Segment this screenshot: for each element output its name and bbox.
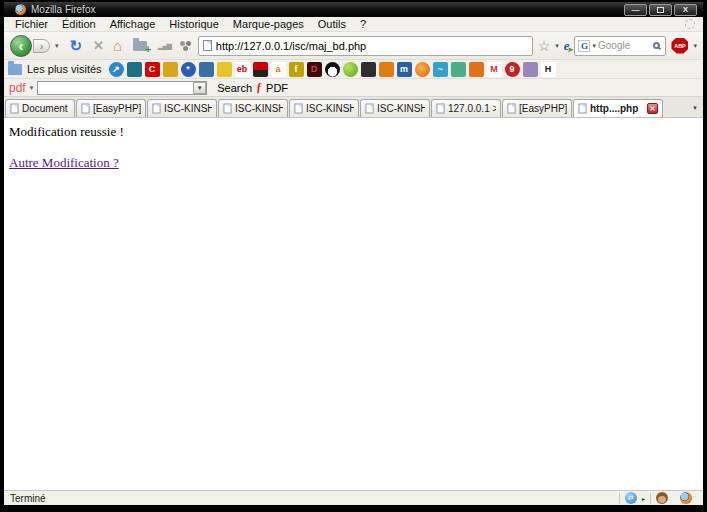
stop-button[interactable]: ✕: [93, 38, 104, 53]
bookmark-icon-letter-c[interactable]: C: [145, 62, 160, 77]
tab[interactable]: ISC-KINSHAS...: [289, 99, 359, 117]
tab[interactable]: ISC-KINSHAS...: [147, 99, 217, 117]
pdf-search-label[interactable]: Search: [217, 82, 252, 94]
tab-overflow-dropdown-icon[interactable]: ▾: [688, 100, 702, 114]
navigation-toolbar: ‹ › ▾ ↻ ✕ ⌂ ▂▄▆ ☆ ▾ e➤ G ▾ ABP ▾: [4, 32, 703, 60]
ietab-button[interactable]: e➤: [564, 38, 570, 54]
pdf-search-combobox[interactable]: ▼: [37, 81, 207, 95]
tab-label: http....php: [590, 103, 644, 114]
bookmark-icon-gold-hand[interactable]: [163, 62, 178, 77]
menu-outils[interactable]: Outils: [311, 18, 353, 30]
search-input[interactable]: [598, 40, 651, 51]
bookmark-icon-purple-badge[interactable]: [523, 62, 538, 77]
home-button[interactable]: ⌂: [113, 37, 122, 54]
bookmark-icon-orange-figure[interactable]: [379, 62, 394, 77]
extension-dots-icon[interactable]: [180, 41, 185, 46]
tab-close-icon[interactable]: ✕: [647, 103, 658, 114]
pdf-search-input[interactable]: [38, 82, 193, 94]
stats-bars-icon[interactable]: ▂▄▆: [158, 42, 171, 50]
page-favicon: [203, 40, 212, 51]
bookmark-icon-yellow-bell[interactable]: [217, 62, 232, 77]
menu-fichier[interactable]: Fichier: [8, 18, 55, 30]
bookmark-star-icon[interactable]: ☆: [538, 38, 551, 54]
new-folder-icon[interactable]: [133, 41, 147, 51]
menu-aide[interactable]: ?: [353, 18, 373, 30]
tab-active[interactable]: http....php✕: [573, 99, 663, 117]
pdf-dropdown-icon[interactable]: ▾: [30, 84, 34, 92]
reload-button[interactable]: ↻: [70, 37, 83, 55]
firefox-status-icon[interactable]: [680, 492, 692, 504]
adblock-dropdown-icon[interactable]: ▾: [693, 42, 697, 50]
tab[interactable]: ISC-KINSHAS...: [360, 99, 430, 117]
bookmark-icon-globe-arrow[interactable]: ↗: [109, 62, 124, 77]
search-box[interactable]: G ▾: [574, 36, 666, 56]
bookmark-icon-red-badge[interactable]: 9: [505, 62, 520, 77]
bookmark-icon-teal-creature[interactable]: [451, 62, 466, 77]
ietab-status-icon[interactable]: ⇄: [625, 492, 637, 504]
menu-marque-pages[interactable]: Marque-pages: [226, 18, 311, 30]
bookmark-icon-dart[interactable]: D: [307, 62, 322, 77]
tab-label: ISC-KINSHAS...: [306, 103, 354, 114]
bookmark-icon-ebay[interactable]: eb: [235, 62, 250, 77]
history-dropdown-icon[interactable]: ▾: [55, 42, 59, 50]
tab[interactable]: [EasyPHP] - A...: [502, 99, 572, 117]
tab-strip: Document san...[EasyPHP] - A...ISC-KINSH…: [4, 97, 703, 118]
menu-historique[interactable]: Historique: [162, 18, 226, 30]
most-visited-folder-icon[interactable]: [8, 64, 22, 75]
bookmark-icon-script-h[interactable]: H: [541, 62, 556, 77]
back-button[interactable]: ‹: [10, 35, 32, 57]
bookmark-icon-dark-face[interactable]: [361, 62, 376, 77]
bookmark-icon-letter-m[interactable]: m: [397, 62, 412, 77]
bookmark-icon-blue-wheel[interactable]: *: [181, 62, 196, 77]
tab[interactable]: [EasyPHP] - A...: [76, 99, 146, 117]
tab-favicon: [10, 104, 18, 114]
search-icon[interactable]: [653, 42, 660, 49]
restore-button[interactable]: [649, 4, 672, 16]
bookmark-icon-dolphin[interactable]: ~: [433, 62, 448, 77]
bookmark-icon-teal-badge[interactable]: [127, 62, 142, 77]
close-button[interactable]: X: [674, 4, 697, 16]
restore-icon: [657, 7, 664, 13]
autre-modification-link[interactable]: Autre Modification ?: [9, 155, 119, 171]
separator: [619, 493, 620, 504]
most-visited-label[interactable]: Les plus visités: [27, 63, 102, 75]
page-content: Modification reussie ! Autre Modificatio…: [4, 118, 703, 490]
bookmark-icon-green-orb[interactable]: [343, 62, 358, 77]
url-input[interactable]: [216, 40, 528, 52]
result-message: Modification reussie !: [9, 124, 698, 140]
tab-favicon: [152, 104, 160, 114]
tab-favicon: [294, 104, 302, 114]
tab[interactable]: ISC-KINSHAS...: [218, 99, 288, 117]
tab-label: ISC-KINSHAS...: [235, 103, 283, 114]
combo-dropdown-icon[interactable]: ▼: [193, 82, 206, 94]
tab[interactable]: 127.0.0.1 >> ...: [431, 99, 501, 117]
star-dropdown-icon[interactable]: ▾: [555, 42, 559, 50]
engine-dropdown-icon[interactable]: ▾: [592, 42, 596, 50]
pdf-toolbar: pdf ▾ ▼ Search ƒ PDF: [4, 79, 703, 97]
menu-bar: Fichier Édition Affichage Historique Mar…: [4, 17, 703, 32]
pdf-menu-button[interactable]: pdf: [9, 81, 26, 95]
bookmark-icon-amazon[interactable]: a: [271, 62, 286, 77]
bookmark-icon-flag[interactable]: [253, 62, 268, 77]
minimize-button[interactable]: —: [624, 4, 647, 16]
tab-favicon: [365, 104, 373, 114]
bookmark-icon-penguin[interactable]: [325, 62, 340, 77]
firefox-icon: [15, 4, 26, 15]
adblock-icon[interactable]: ABP: [671, 38, 688, 54]
bookmark-icon-gmail[interactable]: M: [487, 62, 502, 77]
tab-favicon: [223, 104, 231, 114]
tab-label: [EasyPHP] - A...: [93, 103, 141, 114]
url-bar[interactable]: [198, 36, 533, 56]
ietab-status-arrow-icon[interactable]: ▸: [642, 495, 645, 502]
google-engine-icon[interactable]: G: [578, 40, 590, 52]
bookmark-icon-avatar[interactable]: [199, 62, 214, 77]
bookmark-icon-free[interactable]: f: [289, 62, 304, 77]
menu-affichage[interactable]: Affichage: [103, 18, 163, 30]
forward-button[interactable]: ›: [33, 39, 50, 53]
menu-edition[interactable]: Édition: [55, 18, 103, 30]
tab[interactable]: Document san...: [5, 99, 75, 117]
pdf-label[interactable]: PDF: [266, 82, 288, 94]
greasemonkey-icon[interactable]: [656, 492, 668, 504]
bookmark-icon-orange-orb[interactable]: [415, 62, 430, 77]
bookmark-icon-game-creature[interactable]: [469, 62, 484, 77]
